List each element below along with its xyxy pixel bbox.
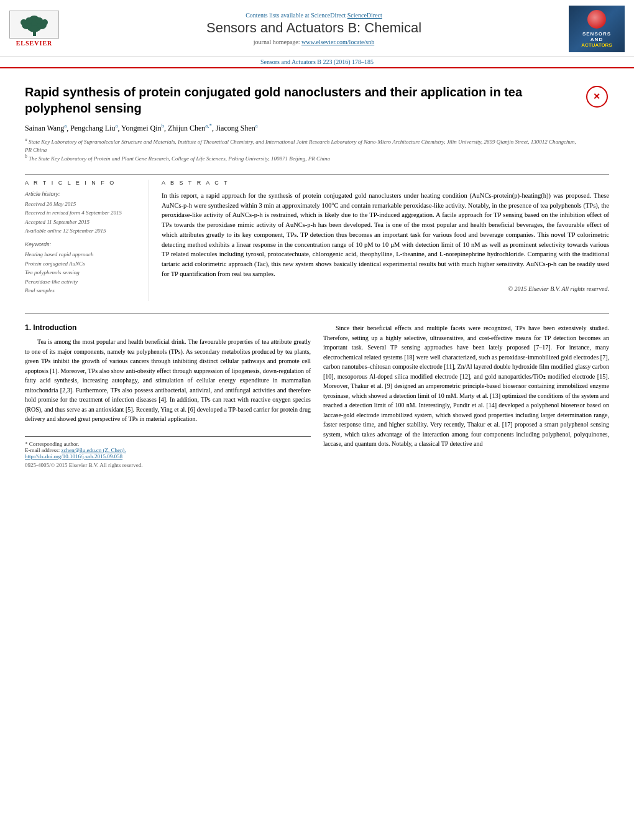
history-label: Article history:	[25, 191, 139, 197]
keyword-1: Heating based rapid approach	[25, 251, 93, 257]
abstract-heading: A B S T R A C T	[162, 180, 609, 186]
intro-section-title: 1. Introduction	[25, 323, 311, 332]
keywords-label: Keywords:	[25, 241, 139, 247]
journal-title: Sensors and Actuators B: Chemical	[75, 20, 553, 36]
email-link[interactable]: zchen@jlu.edu.cn (Z. Chen).	[61, 447, 126, 453]
affiliations: a State Key Laboratory of Supramolecular…	[25, 137, 578, 163]
sciencedirect-link[interactable]: ScienceDirect	[347, 12, 382, 19]
authors: Sainan Wanga, Pengchang Liua, Yongmei Qi…	[25, 122, 578, 133]
article-title-text: Rapid synthesis of protein conjugated go…	[25, 84, 578, 169]
keywords-list: Heating based rapid approach Protein con…	[25, 250, 139, 295]
main-body: 1. Introduction Tea is among the most po…	[25, 313, 609, 468]
intro-text-2: Since their beneficial effects and multi…	[323, 323, 609, 449]
svg-point-8	[42, 19, 48, 25]
footnote-area: * Corresponding author. E-mail address: …	[25, 436, 311, 468]
journal-homepage: journal homepage: www.elsevier.com/locat…	[75, 39, 553, 45]
keyword-4: Peroxidase-like activity	[25, 279, 78, 285]
crossmark-logo[interactable]: ✕	[584, 84, 609, 109]
intro-paragraph: Tea is among the most popular and health…	[25, 337, 311, 424]
issn-note: 0925-4005/© 2015 Elsevier B.V. All right…	[25, 462, 311, 468]
sensors-actuators-logo: SENSORS AND ACTUATORS	[566, 4, 628, 53]
article-info-heading: A R T I C L E I N F O	[25, 180, 139, 186]
body-left-column: 1. Introduction Tea is among the most po…	[25, 323, 311, 468]
elsevier-logo: ELSEVIER	[6, 10, 62, 47]
abstract-text: In this report, a rapid approach for the…	[162, 191, 609, 279]
actuators-text: ACTUATORS	[581, 42, 612, 48]
intro-paragraph-2: Since their beneficial effects and multi…	[323, 323, 609, 449]
elsevier-tree-icon	[17, 12, 52, 37]
doi-note: http://dx.doi.org/10.1016/j.snb.2015.09.…	[25, 453, 311, 459]
copyright-text: © 2015 Elsevier B.V. All rights reserved…	[162, 285, 609, 292]
journal-homepage-link[interactable]: www.elsevier.com/locate/snb	[301, 39, 374, 45]
keyword-5: Real samples	[25, 287, 55, 293]
article-history: Article history: Received 26 May 2015 Re…	[25, 191, 139, 236]
sciencedirect-text: Contents lists available at ScienceDirec…	[75, 12, 553, 19]
article-title-section: Rapid synthesis of protein conjugated go…	[25, 84, 609, 169]
sensors-logo-box: SENSORS AND ACTUATORS	[569, 6, 625, 52]
keywords-group: Keywords: Heating based rapid approach P…	[25, 241, 139, 295]
intro-text-1: Tea is among the most popular and health…	[25, 337, 311, 424]
corresponding-author-note: * Corresponding author.	[25, 441, 311, 447]
sensors-logo-circle	[587, 10, 606, 29]
svg-point-7	[21, 19, 27, 25]
elsevier-logo-image	[9, 11, 59, 39]
email-note: E-mail address: zchen@jlu.edu.cn (Z. Che…	[25, 447, 311, 453]
article-title: Rapid synthesis of protein conjugated go…	[25, 84, 578, 116]
sensors-and-text: AND	[590, 37, 603, 42]
header-top: ELSEVIER Contents lists available at Sci…	[0, 0, 634, 57]
received-date: Received 26 May 2015 Received in revised…	[25, 200, 139, 236]
doi-link[interactable]: http://dx.doi.org/10.1016/j.snb.2015.09.…	[25, 453, 122, 459]
keyword-3: Tea polyphenols sensing	[25, 269, 80, 275]
article-info-panel: A R T I C L E I N F O Article history: R…	[25, 180, 149, 302]
elsevier-label: ELSEVIER	[16, 40, 53, 47]
page-header: ELSEVIER Contents lists available at Sci…	[0, 0, 634, 68]
page-content: Rapid synthesis of protein conjugated go…	[0, 68, 634, 478]
crossmark-icon: ✕	[586, 86, 608, 108]
article-info-abstract: A R T I C L E I N F O Article history: R…	[25, 174, 609, 302]
keyword-2: Protein conjugated AuNCs	[25, 261, 85, 267]
body-right-column: Since their beneficial effects and multi…	[323, 323, 609, 468]
sensors-text: SENSORS	[582, 31, 611, 37]
abstract-panel: A B S T R A C T In this report, a rapid …	[162, 180, 609, 302]
header-center: Contents lists available at ScienceDirec…	[62, 9, 566, 48]
journal-ref-bar: Sensors and Actuators B 223 (2016) 178–1…	[0, 57, 634, 67]
